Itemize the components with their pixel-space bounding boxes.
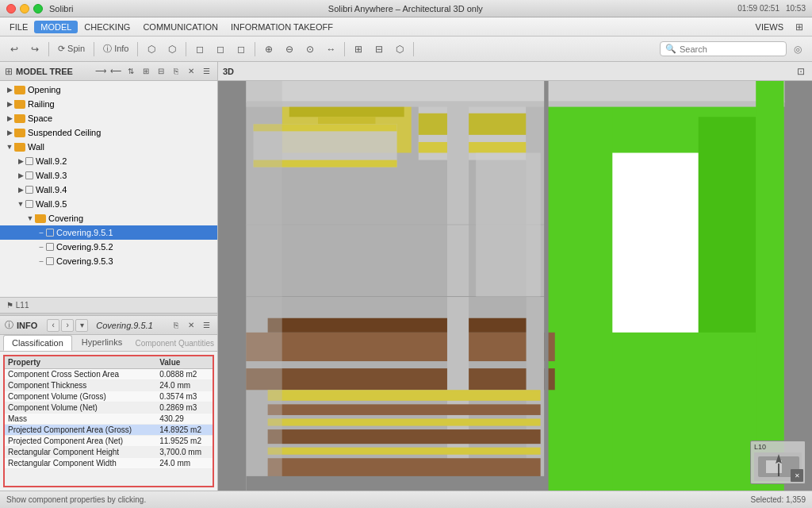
tree-action-3[interactable]: ⇅ (124, 65, 137, 78)
arrow-space: ▶ (5, 114, 14, 122)
tree-item-opening[interactable]: ▶ Opening (0, 83, 217, 97)
tree-delete[interactable]: ✕ (185, 65, 197, 78)
svg-rect-10 (419, 114, 527, 135)
undo-button[interactable]: ↩ (5, 40, 24, 59)
svg-rect-17 (246, 81, 784, 102)
tree-footer: ⚑ L11 (0, 297, 217, 313)
toolbar-separator-6 (344, 42, 345, 56)
value-cell: 14.8925 m2 (156, 425, 213, 436)
info-button[interactable]: ⓘ Info (98, 40, 133, 59)
zoom-extent-button[interactable]: ↔ (321, 40, 340, 59)
clock: 01:59 02:51 (737, 4, 779, 13)
info-prev-button[interactable]: ‹ (47, 319, 59, 332)
model-tree-title: MODEL TREE (16, 67, 73, 76)
zoom-out-button[interactable]: ⊖ (280, 40, 299, 59)
tree-collapse-all[interactable]: ⊟ (155, 65, 167, 78)
area-tool[interactable]: ◻ (232, 40, 251, 59)
folder-icon-wall (14, 143, 25, 152)
value-cell: 430.29 (156, 414, 213, 425)
close-button[interactable] (6, 4, 16, 13)
tree-copy[interactable]: ⎘ (170, 65, 182, 78)
tree-item-covering-9-5-2[interactable]: – Covering.9.5.2 (0, 240, 217, 254)
tree-item-space[interactable]: ▶ Space (0, 111, 217, 125)
tree-item-covering-9-5-1[interactable]: – Covering.9.5.1 (0, 225, 217, 240)
folder-icon-suspended-ceiling (14, 129, 25, 137)
model-tree-actions: ⟶ ⟵ ⇅ ⊞ ⊟ ⎘ ✕ ☰ (94, 65, 213, 78)
svg-rect-12 (246, 333, 554, 361)
table-row: Component Volume (Gross)0.3574 m3 (5, 391, 213, 402)
tree-expand-all[interactable]: ⊞ (140, 65, 152, 78)
info-icon: ⓘ (5, 319, 13, 331)
menu-model[interactable]: MODEL (34, 21, 78, 33)
zoom-fit-button[interactable]: ⊙ (301, 40, 320, 59)
layers-button[interactable]: ⊟ (370, 40, 389, 59)
svg-rect-34 (756, 81, 783, 491)
tree-item-wall-9-5[interactable]: ▼ Wall.9.5 (0, 197, 217, 211)
info-next-button[interactable]: › (61, 319, 74, 332)
search-input[interactable] (680, 44, 781, 54)
search-submit-icon[interactable]: ◎ (788, 40, 807, 59)
svg-rect-19 (268, 390, 541, 401)
menu-information-takeoff[interactable]: INFORMATION TAKEOFF (224, 21, 339, 33)
info-menu-button[interactable]: ▾ (75, 319, 88, 332)
component-icon-wall-9-5 (25, 200, 33, 208)
tree-action-2[interactable]: ⟵ (109, 65, 122, 78)
menu-checking[interactable]: CHECKING (78, 21, 136, 33)
view-mode-button[interactable]: ⊞ (349, 40, 368, 59)
extra-tab-label[interactable]: Component Quantities (135, 339, 214, 348)
select-tool[interactable]: ◻ (190, 40, 209, 59)
render-button[interactable]: ⬡ (390, 40, 409, 59)
col-property: Property (5, 356, 156, 369)
tree-item-railing[interactable]: ▶ Railing (0, 97, 217, 111)
info-delete[interactable]: ✕ (185, 319, 197, 332)
tree-item-wall-9-4[interactable]: ▶ Wall.9.4 (0, 183, 217, 197)
views-button[interactable]: VIEWS (749, 21, 790, 33)
tree-item-suspended-ceiling[interactable]: ▶ Suspended Ceiling (0, 125, 217, 140)
menu-communication[interactable]: COMMUNICATION (136, 21, 224, 33)
tree-item-covering-9-5-3[interactable]: – Covering.9.5.3 (0, 254, 217, 268)
property-cell: Mass (5, 414, 156, 425)
component-icon-wall-9-4 (25, 186, 33, 194)
clip-tool[interactable]: ⬡ (163, 40, 182, 59)
tree-item-wall[interactable]: ▼ Wall (0, 140, 217, 154)
system-icons: 01:59 02:51 10:53 (737, 4, 806, 13)
folder-icon-railing (14, 100, 25, 109)
svg-rect-22 (268, 429, 541, 444)
toolbar-separator-2 (94, 42, 94, 56)
tree-action-1[interactable]: ⟶ (94, 65, 107, 78)
minimap-label: L10 (751, 441, 805, 452)
property-cell: Component Volume (Gross) (5, 391, 156, 402)
zoom-in-button[interactable]: ⊕ (259, 40, 278, 59)
measure-tool[interactable]: ◻ (211, 40, 230, 59)
search-box[interactable]: 🔍 (660, 41, 787, 56)
minimap-close-icon[interactable]: ✕ (791, 469, 803, 482)
selected-count: Selected: 1,359 (751, 495, 806, 504)
expand-viewport-button[interactable]: ⊡ (795, 65, 807, 78)
table-row: Component Volume (Net)0.2869 m3 (5, 402, 213, 414)
tree-item-wall-9-3[interactable]: ▶ Wall.9.3 (0, 168, 217, 183)
info-copy[interactable]: ⎘ (170, 319, 182, 332)
property-cell: Component Volume (Net) (5, 402, 156, 414)
value-cell: 3,700.0 mm (156, 447, 213, 458)
tab-hyperlinks[interactable]: Hyperlinks (74, 335, 130, 351)
property-cell: Component Cross Section Area (5, 369, 156, 380)
views-icon[interactable]: ⊞ (790, 17, 809, 37)
minimize-button[interactable] (20, 4, 29, 13)
tree-item-covering[interactable]: ▼ Covering (0, 211, 217, 225)
label-wall-9-2: Wall.9.2 (36, 156, 67, 166)
arrow-wall-9-4: ▶ (16, 186, 25, 194)
component-icon-covering-9-5-3 (46, 257, 54, 265)
maximize-button[interactable] (33, 4, 43, 13)
tree-item-wall-9-2[interactable]: ▶ Wall.9.2 (0, 154, 217, 168)
component-icon-covering-9-5-2 (46, 243, 54, 251)
info-settings[interactable]: ☰ (200, 319, 213, 332)
toolbar-separator-5 (255, 42, 255, 56)
menu-file[interactable]: FILE (3, 21, 34, 33)
section-tool[interactable]: ⬡ (142, 40, 161, 59)
tree-settings[interactable]: ☰ (200, 65, 213, 78)
tab-classification[interactable]: Classification (3, 335, 72, 351)
spin-button[interactable]: ⟳ Spin (53, 40, 90, 59)
svg-rect-11 (419, 142, 527, 153)
3d-scene[interactable]: L10 ✕ (218, 81, 812, 491)
redo-button[interactable]: ↪ (25, 40, 44, 59)
